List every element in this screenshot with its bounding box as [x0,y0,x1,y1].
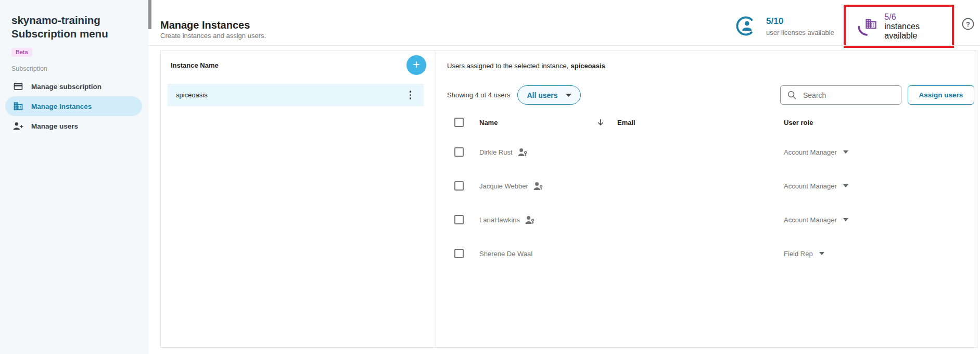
users-table-header: Name Email User role [436,112,974,133]
user-role-dropdown[interactable]: Account Manager [784,148,974,156]
instance-name: spiceoasis [176,91,208,99]
users-table-body: Dirkie Rust Account Manager Jacquie Webb… [436,142,974,264]
table-row: Sherene De Waal Field Rep [436,243,974,264]
assigned-users-caption-text: Users assigned to the selected instance, [447,62,568,70]
user-role-value: Account Manager [784,148,837,156]
user-role-value: Account Manager [784,182,837,190]
user-filter-value: All users [527,91,557,99]
credit-card-icon [13,81,23,92]
workspace-title: skynamo-training Subscription menu [11,14,148,41]
sort-descending-icon[interactable] [597,119,617,127]
beta-badge: Beta [11,48,32,57]
header-divider [148,45,980,46]
user-name: Dirkie Rust [479,148,513,156]
sidebar-item-manage-subscription[interactable]: Manage subscription [0,77,148,96]
sidebar-section-label: Subscription [11,65,148,72]
user-licenses-count: 5/10 [766,16,834,27]
chevron-down-icon [843,218,848,221]
search-icon [787,90,797,100]
sidebar-scrollbar-thumb[interactable] [148,0,151,29]
chevron-down-icon [819,252,824,255]
instances-label: instances available [884,22,952,41]
instance-menu-kebab-icon[interactable] [408,88,414,102]
users-toolbar: Showing 4 of 4 users All users Assign us… [447,85,974,105]
select-all-checkbox[interactable] [454,118,464,127]
column-header-role: User role [784,119,974,127]
user-name: LanaHawkins [479,216,520,224]
assigned-instance-name: spiceoasis [570,62,605,70]
svg-text:?: ? [966,20,970,28]
workspace-title-line2: Subscription menu [11,27,148,41]
chevron-down-icon [843,184,848,187]
user-role-value: Account Manager [784,216,837,224]
annotation-highlight-box: 5/6 instances available [844,5,954,48]
help-icon[interactable]: ? [961,17,975,31]
instance-name-column-header: Instance Name [171,61,219,69]
instances-count: 5/6 [884,12,952,22]
instances-card: Instance Name + spiceoasis Users assigne… [160,50,977,348]
add-instance-button[interactable]: + [406,55,426,75]
showing-users-count: Showing 4 of 4 users [447,91,510,99]
user-role-dropdown[interactable]: Account Manager [784,216,974,224]
sidebar-item-manage-users[interactable]: Manage users [0,116,148,136]
user-role-dropdown[interactable]: Field Rep [784,250,974,258]
manage-instances-page: skynamo-training Subscription menu Beta … [0,0,980,354]
person-add-icon [13,121,23,131]
person-key-icon [533,182,543,191]
user-licenses-label: user licenses available [766,29,834,36]
instance-row-selected[interactable]: spiceoasis [168,84,424,106]
assigned-users-caption: Users assigned to the selected instance,… [447,62,974,70]
sidebar: skynamo-training Subscription menu Beta … [0,0,148,354]
sidebar-item-label: Manage subscription [31,83,101,91]
user-role-dropdown[interactable]: Account Manager [784,182,974,190]
person-key-icon [518,148,528,157]
instance-list-header: Instance Name + [161,55,436,75]
assigned-users-panel: Users assigned to the selected instance,… [436,51,977,347]
user-search-box [780,85,901,105]
user-gauge-icon [735,16,756,36]
workspace-title-line1: skynamo-training [11,14,148,27]
user-filter-dropdown[interactable]: All users [517,85,580,105]
sidebar-nav: Manage subscription Manage instances Man… [0,77,148,136]
person-key-icon [525,216,535,224]
table-row: Dirkie Rust Account Manager [436,142,974,162]
instance-list-panel: Instance Name + spiceoasis [161,51,436,347]
user-name: Sherene De Waal [479,250,532,258]
user-name: Jacquie Webber [479,182,528,190]
page-title: Manage Instances [160,19,250,31]
table-row: Jacquie Webber Account Manager [436,175,974,196]
row-checkbox[interactable] [454,181,464,191]
instance-gauge-icon [857,16,877,37]
column-header-name: Name [479,119,597,127]
sidebar-item-label: Manage users [31,122,78,130]
search-input[interactable] [802,91,896,100]
user-licenses-indicator: 5/10 user licenses available [735,16,834,36]
user-role-value: Field Rep [784,250,813,258]
building-icon [13,101,23,111]
sidebar-item-label: Manage instances [31,103,92,110]
column-header-email: Email [617,119,784,127]
page-subtitle: Create instances and assign users. [160,32,266,40]
assign-users-button[interactable]: Assign users [908,85,974,105]
chevron-down-icon [843,150,848,154]
instances-indicator: 5/6 instances available [884,12,952,41]
chevron-down-icon [566,94,571,97]
sidebar-item-manage-instances[interactable]: Manage instances [5,96,142,116]
table-row: LanaHawkins Account Manager [436,209,974,230]
row-checkbox[interactable] [454,215,464,224]
row-checkbox[interactable] [454,249,464,258]
row-checkbox[interactable] [454,147,464,157]
